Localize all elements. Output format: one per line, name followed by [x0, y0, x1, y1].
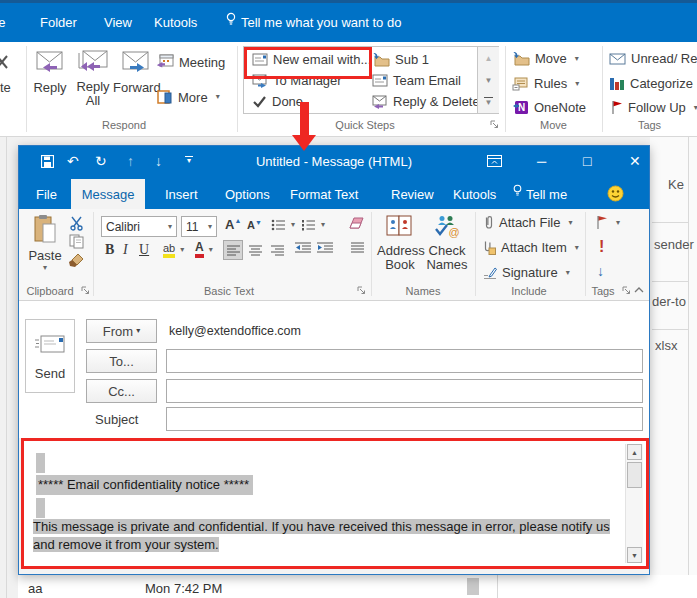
- reply-all-button[interactable]: ReplyAll: [72, 48, 114, 108]
- collapse-ribbon-icon[interactable]: [634, 287, 644, 293]
- gallery-scroll-down-button[interactable]: ▼: [478, 69, 499, 92]
- increase-indent-button[interactable]: [317, 242, 333, 253]
- attach-file-label: Attach File: [499, 215, 560, 230]
- underline-button[interactable]: U: [139, 242, 149, 258]
- maximize-button[interactable]: □: [583, 154, 591, 168]
- tab-message-active[interactable]: Message: [71, 179, 145, 209]
- decrease-indent-button[interactable]: [295, 242, 311, 253]
- follow-up-button[interactable]: Follow Up ▾: [609, 100, 697, 115]
- body-paragraph[interactable]: This message is private and confidential…: [33, 518, 627, 554]
- body-scrollbar[interactable]: ▲ ▼: [625, 444, 643, 563]
- categorize-button[interactable]: Categorize ▾: [609, 76, 697, 91]
- bold-button[interactable]: B: [105, 242, 114, 258]
- names-group-label: Names: [375, 285, 471, 297]
- font-name-combo[interactable]: Calibri▾: [101, 216, 177, 237]
- dropdown-arrow-icon: ▾: [27, 264, 63, 272]
- unread-read-button[interactable]: Unread/ Read: [609, 51, 697, 66]
- justify-button[interactable]: [351, 242, 364, 253]
- tell-me-box[interactable]: Tell me what you want to do: [241, 15, 401, 30]
- align-right-button[interactable]: [267, 240, 287, 260]
- close-button[interactable]: ✕: [629, 154, 641, 168]
- scrollbar-thumb[interactable]: [627, 462, 642, 488]
- from-button[interactable]: From▾: [86, 319, 157, 343]
- numbering-button[interactable]: ▾: [301, 219, 325, 231]
- font-color-button[interactable]: A ▾: [195, 241, 213, 258]
- selected-empty-line: [36, 453, 45, 473]
- tab-kutools[interactable]: Kutools: [154, 15, 197, 30]
- cc-field[interactable]: [166, 379, 643, 403]
- tab-view[interactable]: View: [104, 15, 132, 30]
- background-row-line: [652, 329, 688, 330]
- quick-steps-dialog-launcher[interactable]: [490, 120, 499, 129]
- quick-step-sub1[interactable]: Sub 1: [372, 52, 429, 67]
- forward-button[interactable]: Forward: [113, 48, 159, 95]
- grow-font-button[interactable]: A▲: [225, 217, 241, 232]
- move-button[interactable]: Move ▾: [512, 51, 579, 66]
- basic-text-dialog-launcher[interactable]: [357, 286, 366, 295]
- selected-empty-line: [36, 498, 45, 518]
- tab-insert[interactable]: Insert: [165, 187, 198, 202]
- quick-step-done[interactable]: Done: [252, 94, 303, 109]
- scroll-up-button[interactable]: ▲: [627, 444, 642, 460]
- smiley-feedback-icon[interactable]: [607, 185, 624, 202]
- background-scrollbar-thumb[interactable]: [467, 578, 479, 595]
- tab-tell-me[interactable]: Tell me: [526, 187, 567, 202]
- tags-dialog-launcher[interactable]: [622, 286, 631, 295]
- bullets-button[interactable]: ▾: [271, 219, 295, 231]
- email-list-item[interactable]: aa: [28, 581, 42, 596]
- address-book-button[interactable]: AddressBook: [377, 214, 423, 272]
- dropdown-arrow-icon: ▾: [209, 246, 213, 254]
- high-importance-button[interactable]: !: [599, 238, 604, 256]
- rules-button[interactable]: Rules ▾: [512, 76, 579, 91]
- low-importance-button[interactable]: ↓: [597, 263, 604, 279]
- attach-file-button[interactable]: Attach File ▾: [483, 215, 572, 230]
- basic-text-group-label: Basic Text: [119, 285, 339, 297]
- move-group-label: Move: [505, 119, 602, 131]
- forward-icon: [120, 48, 152, 74]
- highlight-button[interactable]: ab ▾: [163, 242, 184, 258]
- gallery-scroll-up-button[interactable]: ▲: [478, 47, 499, 70]
- attach-item-button[interactable]: Attach Item ▾: [483, 240, 579, 255]
- align-center-button[interactable]: [245, 240, 265, 260]
- cc-button[interactable]: Cc...: [86, 379, 157, 403]
- copy-button[interactable]: [69, 234, 84, 249]
- tab-options[interactable]: Options: [225, 187, 270, 202]
- more-button[interactable]: More ▾: [157, 89, 220, 105]
- align-left-button[interactable]: [223, 240, 243, 260]
- to-field[interactable]: [166, 349, 643, 373]
- paste-button[interactable]: Paste ▾: [27, 214, 63, 272]
- follow-up-flag-icon: [609, 100, 623, 115]
- cut-button[interactable]: [69, 216, 84, 231]
- italic-button[interactable]: I: [123, 242, 128, 258]
- tab-format-text[interactable]: Format Text: [290, 187, 358, 202]
- tab-file[interactable]: File: [36, 187, 57, 202]
- clipboard-dialog-launcher[interactable]: [81, 286, 90, 295]
- meeting-button[interactable]: Meeting: [157, 54, 225, 70]
- minimize-button[interactable]: ─: [537, 155, 546, 168]
- tab-partial[interactable]: re: [0, 15, 6, 30]
- reply-button[interactable]: Reply: [31, 48, 69, 95]
- gallery-more-button[interactable]: ▼: [478, 91, 499, 113]
- dropdown-arrow-icon: ▾: [568, 219, 572, 227]
- send-button[interactable]: Send: [25, 319, 75, 393]
- tab-kutools[interactable]: Kutools: [453, 187, 496, 202]
- message-body[interactable]: ***** Email confidentiality notice *****…: [21, 438, 649, 569]
- check-names-button[interactable]: @ CheckNames: [425, 214, 469, 272]
- subject-field[interactable]: [166, 407, 643, 431]
- onenote-button[interactable]: N OneNote: [512, 100, 586, 115]
- scroll-down-button[interactable]: ▼: [627, 547, 642, 563]
- shrink-font-button[interactable]: A▼: [247, 219, 262, 231]
- delete-icon[interactable]: [0, 54, 9, 70]
- quick-step-reply-delete[interactable]: Reply & Delete: [372, 94, 480, 109]
- tab-folder[interactable]: Folder: [40, 15, 77, 30]
- format-painter-button[interactable]: [69, 253, 84, 268]
- body-notice-line[interactable]: ***** Email confidentiality notice *****: [36, 475, 253, 495]
- signature-button[interactable]: Signature ▾: [483, 265, 570, 280]
- follow-up-flag-button[interactable]: ▾: [595, 215, 620, 230]
- font-size-combo[interactable]: 11▾: [181, 216, 217, 237]
- tab-review[interactable]: Review: [391, 187, 434, 202]
- ribbon-display-options-icon[interactable]: [487, 155, 502, 168]
- clear-formatting-button[interactable]: [349, 217, 364, 229]
- quick-step-team-email[interactable]: Team Email: [372, 73, 461, 88]
- to-button[interactable]: To...: [86, 349, 157, 373]
